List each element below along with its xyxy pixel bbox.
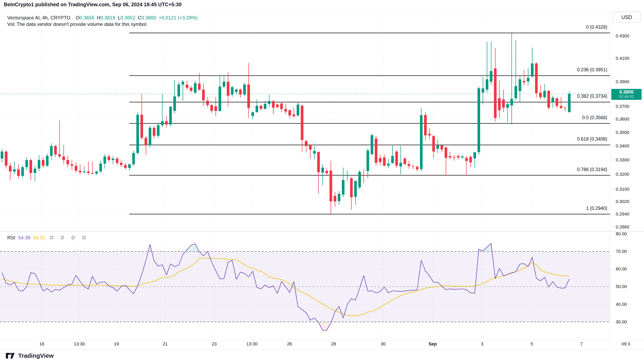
candle bbox=[153, 128, 156, 136]
candle bbox=[272, 101, 274, 108]
candle bbox=[71, 164, 73, 166]
candle bbox=[161, 121, 164, 125]
time-tick-label: 21 bbox=[153, 341, 177, 347]
candle bbox=[527, 78, 530, 81]
candle bbox=[260, 106, 262, 109]
candle bbox=[330, 171, 332, 201]
candle bbox=[387, 164, 390, 165]
candle bbox=[198, 84, 201, 90]
ohlc-high-value: 0.3819 bbox=[100, 15, 115, 21]
candle bbox=[243, 85, 246, 95]
price-tick-label: 0.2860 bbox=[616, 224, 629, 230]
candle bbox=[342, 180, 344, 195]
candle bbox=[284, 109, 287, 112]
candle bbox=[112, 159, 114, 160]
time-tick-label: 13:30 bbox=[240, 341, 264, 347]
price-tick-label: 0.3020 bbox=[616, 199, 629, 204]
candle bbox=[50, 146, 53, 156]
ohlc-open-value: 0.3655 bbox=[80, 15, 94, 21]
time-tick-label: 23 bbox=[202, 341, 226, 347]
rsi-tick-label: 40.00 bbox=[616, 302, 627, 307]
ohlc-low-label: L bbox=[118, 15, 120, 21]
time-tick-label: 30 bbox=[371, 341, 395, 347]
candle bbox=[136, 115, 139, 153]
candle bbox=[395, 152, 398, 166]
change-value: +0.0121 (+3.29%) bbox=[159, 15, 198, 21]
candle bbox=[338, 194, 340, 201]
fib-level-label: 0.786 (0.3194) bbox=[0, 167, 607, 172]
tradingview-logo-icon[interactable] bbox=[6, 353, 15, 359]
candle bbox=[206, 101, 209, 105]
candle bbox=[182, 82, 184, 85]
candle bbox=[120, 163, 122, 165]
candle bbox=[358, 172, 361, 187]
candle bbox=[440, 145, 443, 150]
candle bbox=[502, 99, 505, 108]
candle bbox=[498, 98, 501, 110]
candle bbox=[457, 156, 460, 158]
candle bbox=[482, 89, 484, 93]
candle bbox=[264, 104, 266, 109]
candle bbox=[157, 125, 160, 136]
symbol-ohlc-row[interactable]: Vectorspace AI, 4h, CRYPTO O0.3655 H0.38… bbox=[7, 15, 199, 21]
rsi-tick-label: 60.00 bbox=[616, 266, 627, 272]
candle bbox=[305, 141, 308, 146]
ohlc-high-label: H bbox=[97, 15, 100, 21]
candle bbox=[375, 139, 377, 163]
footer: TradingView bbox=[6, 352, 54, 359]
price-tick-label: 0.3400 bbox=[616, 143, 629, 149]
candle bbox=[420, 115, 422, 169]
chart-canvas[interactable] bbox=[0, 0, 644, 364]
time-tick-label: 19 bbox=[104, 341, 128, 347]
rsi-tick-label: 50.00 bbox=[616, 284, 627, 289]
candle bbox=[223, 82, 225, 87]
time-tick-label: 28 bbox=[322, 341, 346, 347]
fib-level-label: 0.236 (0.3951) bbox=[0, 67, 607, 73]
candle bbox=[214, 107, 217, 111]
candle bbox=[560, 106, 562, 108]
candle bbox=[1, 152, 4, 159]
candle bbox=[276, 104, 279, 107]
candle bbox=[26, 160, 28, 167]
candle bbox=[461, 157, 464, 158]
price-tick-label: 0.3900 bbox=[616, 79, 629, 85]
candle bbox=[104, 157, 106, 164]
candle bbox=[288, 110, 291, 116]
tradingview-chart-page: BeInCrypto1 published on TradingView.com… bbox=[0, 0, 644, 364]
fib-level-label: 1 (0.2940) bbox=[0, 206, 607, 211]
candle bbox=[556, 98, 558, 106]
candle bbox=[490, 71, 492, 82]
rsi-tick-label: 30.00 bbox=[616, 319, 627, 325]
candle bbox=[449, 156, 452, 157]
candle bbox=[165, 121, 168, 124]
time-tick-label: 5 bbox=[520, 341, 544, 347]
candle bbox=[334, 196, 336, 202]
candle bbox=[453, 158, 456, 158]
attribution-text: BeInCrypto1 published on TradingView.com… bbox=[4, 2, 182, 8]
candle bbox=[91, 173, 94, 174]
candle bbox=[469, 157, 472, 162]
rsi-tick-label: 80.00 bbox=[616, 231, 627, 237]
price-tick-label: 0.3100 bbox=[616, 187, 629, 192]
price-tick-label: 0.4300 bbox=[616, 33, 629, 39]
candle bbox=[313, 151, 316, 154]
candle bbox=[296, 105, 299, 116]
candle bbox=[350, 178, 353, 197]
candle bbox=[62, 157, 65, 160]
candle bbox=[523, 81, 525, 82]
time-tick-label: 3 bbox=[470, 341, 494, 347]
price-tick-label: 0.3700 bbox=[616, 104, 629, 109]
candle bbox=[444, 147, 447, 158]
candle bbox=[186, 85, 188, 88]
rsi-legend[interactable]: RSI 54.39 56.02 ∅ ∅ ∅ ∅ bbox=[7, 235, 89, 241]
candle bbox=[436, 145, 439, 149]
time-tick-label: 09:3 bbox=[614, 341, 638, 347]
candle bbox=[235, 90, 238, 92]
rsi-title: RSI bbox=[7, 235, 15, 241]
candle bbox=[354, 181, 357, 197]
price-tick-label: 0.3200 bbox=[616, 172, 629, 177]
rsi-value: 54.39 bbox=[18, 235, 30, 241]
candle bbox=[510, 99, 513, 105]
tradingview-brand-text[interactable]: TradingView bbox=[18, 352, 54, 359]
candle bbox=[66, 160, 69, 164]
